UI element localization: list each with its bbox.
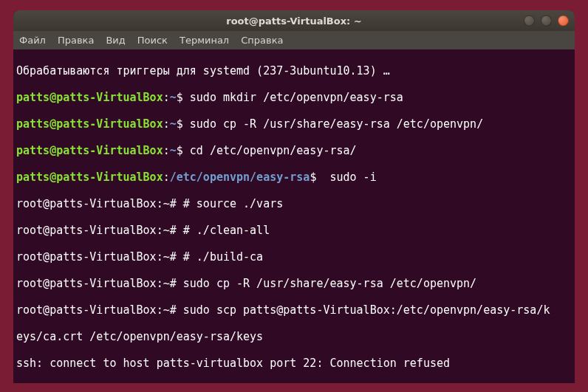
- prompt-user: patts@patts-VirtualBox: [16, 117, 163, 131]
- prompt-user: patts@patts-VirtualBox: [16, 144, 163, 157]
- terminal-line: Обрабатываются триггеры для systemd (237…: [16, 64, 572, 78]
- maximize-button[interactable]: [541, 16, 552, 27]
- menubar: Файл Правка Вид Поиск Терминал Справка: [13, 31, 575, 49]
- window-title: root@patts-VirtualBox: ~: [13, 16, 575, 27]
- terminal-line: root@patts-VirtualBox:~# # source ./vars: [16, 197, 572, 210]
- terminal-line: root@patts-VirtualBox:~# # ./clean-all: [16, 224, 572, 237]
- prompt-path: ~: [170, 117, 177, 131]
- command: sudo -i: [316, 171, 376, 184]
- prompt-path: /etc/openvpn/easy-rsa: [170, 171, 310, 184]
- menu-help[interactable]: Справка: [241, 35, 283, 46]
- terminal-line: root@patts-VirtualBox:~# sudo scp patts@…: [16, 303, 572, 317]
- menu-file[interactable]: Файл: [19, 35, 46, 46]
- command: sudo cp -R /usr/share/easy-rsa /etc/open…: [183, 117, 483, 131]
- close-button[interactable]: [558, 16, 569, 27]
- terminal-window: root@patts-VirtualBox: ~ Файл Правка Вид…: [13, 10, 575, 383]
- prompt-user: patts@patts-VirtualBox: [16, 91, 163, 104]
- prompt-user: patts@patts-VirtualBox: [16, 171, 163, 184]
- menu-view[interactable]: Вид: [106, 35, 125, 46]
- prompt-path: ~: [170, 91, 177, 104]
- terminal-line: root@patts-VirtualBox:~# sudo cp -R /usr…: [16, 277, 572, 290]
- terminal-line: patts@patts-VirtualBox:/etc/openvpn/easy…: [16, 171, 572, 184]
- terminal-body[interactable]: Обрабатываются триггеры для systemd (237…: [13, 49, 575, 383]
- terminal-line: ssh: connect to host patts-virtualbox po…: [16, 357, 572, 370]
- terminal-line: eys/ca.crt /etc/openvpn/easy-rsa/keys: [16, 330, 572, 343]
- titlebar: root@patts-VirtualBox: ~: [13, 10, 575, 31]
- terminal-line: patts@patts-VirtualBox:~$ sudo cp -R /us…: [16, 117, 572, 131]
- terminal-line: root@patts-VirtualBox:~# # ./build-ca: [16, 250, 572, 264]
- prompt-path: ~: [170, 144, 177, 157]
- command: cd /etc/openvpn/easy-rsa/: [183, 144, 357, 157]
- terminal-line: patts@patts-VirtualBox:~$ cd /etc/openvp…: [16, 144, 572, 157]
- terminal-line: patts@patts-VirtualBox:~$ sudo mkdir /et…: [16, 91, 572, 104]
- menu-edit[interactable]: Правка: [58, 35, 94, 46]
- menu-terminal[interactable]: Терминал: [180, 35, 229, 46]
- command: sudo mkdir /etc/openvpn/easy-rsa: [183, 91, 403, 104]
- minimize-button[interactable]: [524, 16, 535, 27]
- menu-search[interactable]: Поиск: [137, 35, 168, 46]
- window-controls: [524, 16, 569, 27]
